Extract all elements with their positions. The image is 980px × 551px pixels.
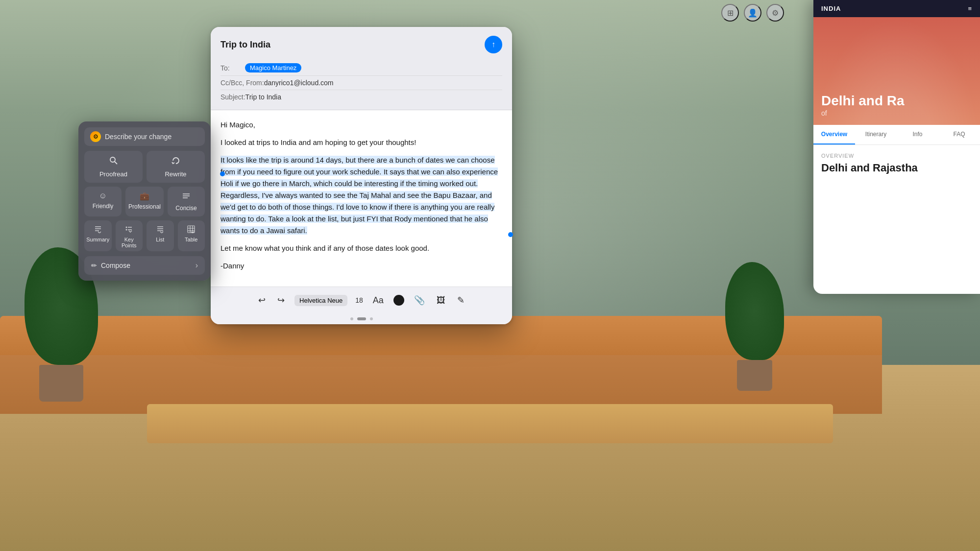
proofread-label: Proofread <box>99 170 127 178</box>
travel-navigation: Overview Itinerary Info FAQ <box>813 125 980 145</box>
describe-change-text: Describe your change <box>105 133 172 141</box>
describe-change-icon: ⚙ <box>90 131 101 142</box>
tools-row-tone: ☺ Friendly 💼 Professional Concise <box>84 187 205 216</box>
from-email: danyrico1@icloud.com <box>264 79 334 87</box>
email-title: Trip to India <box>220 40 270 50</box>
font-size-display: 18 <box>355 296 363 304</box>
attach-button[interactable]: 📎 <box>412 293 427 308</box>
table-icon <box>187 225 195 235</box>
plant-right <box>725 262 784 384</box>
ccbcc-label: Cc/Bcc, From: <box>220 79 264 87</box>
concise-label: Concise <box>175 205 196 212</box>
friendly-button[interactable]: ☺ Friendly <box>84 187 122 216</box>
color-picker[interactable] <box>393 295 404 306</box>
send-button[interactable]: ↑ <box>485 36 502 53</box>
email-subject-field: Subject: Trip to India <box>220 90 502 104</box>
svg-line-1 <box>115 162 117 164</box>
concise-icon <box>182 192 191 202</box>
page-dot-2 <box>357 317 366 320</box>
key-points-button[interactable]: Key Points <box>116 220 143 251</box>
text-format-icon: Aa <box>373 295 384 306</box>
compose-bar[interactable]: ✏ Compose › <box>84 256 205 275</box>
professional-label: Professional <box>128 203 161 210</box>
professional-button[interactable]: 💼 Professional <box>125 187 164 216</box>
svg-point-8 <box>126 227 127 228</box>
describe-change-bar[interactable]: ⚙ Describe your change <box>84 127 205 146</box>
top-controls-bar: ⊞ 👤 ⚙ <box>721 4 784 22</box>
list-button[interactable]: List <box>147 220 174 251</box>
friendly-icon: ☺ <box>99 192 107 200</box>
overview-label: OVERVIEW <box>821 153 972 159</box>
travel-header-icon: ≡ <box>968 5 972 12</box>
summary-icon <box>94 225 102 235</box>
undo-button[interactable]: ↩ <box>256 293 268 308</box>
subject-label: Subject: <box>220 93 245 101</box>
compose-label: Compose <box>101 262 130 269</box>
window-control-3[interactable]: ⚙ <box>766 4 784 22</box>
travel-overview-content: OVERVIEW Delhi and Rajastha <box>813 145 980 182</box>
friendly-label: Friendly <box>93 203 114 210</box>
list-label: List <box>156 237 164 242</box>
selection-cursor-right <box>508 232 513 237</box>
summary-label: Summary <box>86 237 109 242</box>
email-to-field: To: Magico Martinez <box>220 60 502 76</box>
table-label: Table <box>185 237 197 242</box>
tools-row-proofread-rewrite: Proofread Rewrite <box>84 151 205 183</box>
email-selected-paragraph[interactable]: It looks like the trip is around 14 days… <box>220 154 502 237</box>
text-format-button[interactable]: Aa <box>371 293 386 308</box>
window-control-1[interactable]: ⊞ <box>721 4 739 22</box>
tools-row-format: Summary Key Points <box>84 220 205 251</box>
redo-button[interactable]: ↪ <box>275 293 287 308</box>
key-points-icon <box>125 225 133 235</box>
svg-point-0 <box>110 157 115 162</box>
email-line1: I looked at trips to India and am hoping… <box>220 137 502 148</box>
recipient-chip[interactable]: Magico Martinez <box>245 63 301 72</box>
svg-point-10 <box>126 229 127 231</box>
writing-tools-panel: ⚙ Describe your change Proofread Rewrite <box>78 121 211 281</box>
to-label: To: <box>220 64 245 72</box>
compose-chevron-icon: › <box>196 261 198 270</box>
travel-nav-info[interactable]: Info <box>897 125 938 144</box>
page-dot-1 <box>350 317 353 320</box>
travel-hero-title: Delhi and Ra <box>821 93 905 109</box>
key-points-label: Key Points <box>118 237 141 248</box>
font-name-button[interactable]: Helvetica Neue <box>294 295 347 306</box>
table-button[interactable]: Table <box>178 220 205 251</box>
overview-title: Delhi and Rajastha <box>821 162 972 174</box>
markup-button[interactable]: ✎ <box>455 293 466 308</box>
email-toolbar: ↩ ↪ Helvetica Neue 18 Aa 📎 🖼 ✎ <box>211 287 512 313</box>
photo-button[interactable]: 🖼 <box>435 293 447 308</box>
selection-cursor-left <box>220 171 225 176</box>
subject-text[interactable]: Trip to India <box>245 93 281 101</box>
proofread-button[interactable]: Proofread <box>84 151 143 183</box>
compose-icon: ✏ <box>91 262 97 269</box>
selected-text: It looks like the trip is around 14 days… <box>220 156 498 235</box>
proofread-icon <box>109 156 119 168</box>
window-control-2[interactable]: 👤 <box>744 4 761 22</box>
travel-panel-header: INDIA ≡ <box>813 0 980 17</box>
email-header: Trip to India ↑ To: Magico Martinez Cc/B… <box>211 27 512 110</box>
email-body[interactable]: Hi Magico, I looked at trips to India an… <box>211 110 512 287</box>
coffee-table <box>147 404 833 443</box>
travel-nav-itinerary[interactable]: Itinerary <box>855 125 897 144</box>
svg-rect-15 <box>188 226 195 233</box>
page-dot-3 <box>370 317 373 320</box>
travel-hero-subtitle: of <box>821 109 905 117</box>
rewrite-label: Rewrite <box>165 170 186 178</box>
undo-icon: ↩ <box>258 295 266 306</box>
professional-icon: 💼 <box>140 192 149 201</box>
email-title-row: Trip to India ↑ <box>220 36 502 53</box>
email-greeting: Hi Magico, <box>220 119 502 131</box>
email-signature: -Danny <box>220 260 502 272</box>
email-line2: Let me know what you think and if any of… <box>220 242 502 254</box>
travel-nav-faq[interactable]: FAQ <box>938 125 980 144</box>
concise-button[interactable]: Concise <box>168 187 205 216</box>
travel-country-label: INDIA <box>821 5 841 12</box>
compose-bar-left: ✏ Compose <box>91 262 130 269</box>
rewrite-button[interactable]: Rewrite <box>147 151 205 183</box>
summary-button[interactable]: Summary <box>84 220 112 251</box>
travel-hero: Delhi and Ra of <box>813 17 980 125</box>
travel-nav-overview[interactable]: Overview <box>813 125 855 144</box>
email-compose-window: Trip to India ↑ To: Magico Martinez Cc/B… <box>211 27 512 324</box>
travel-panel: INDIA ≡ Delhi and Ra of Overview Itinera… <box>813 0 980 294</box>
